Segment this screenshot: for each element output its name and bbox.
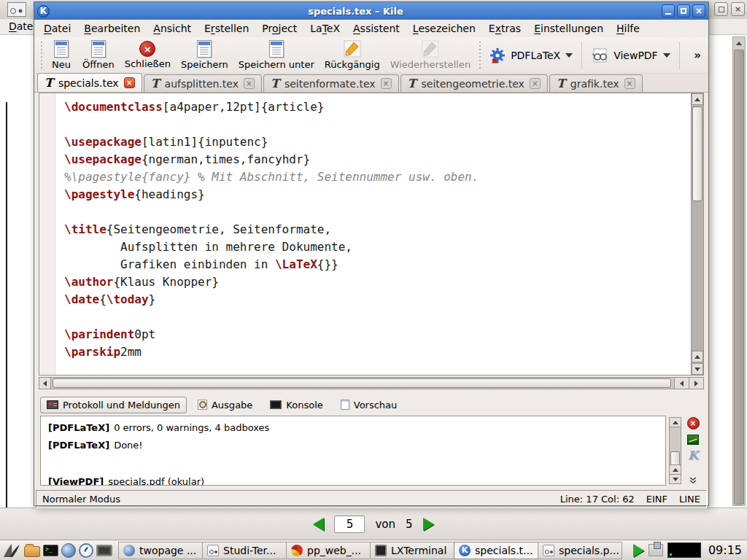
menu-item-extras[interactable]: Extras [482,21,527,36]
chevron-down-icon[interactable] [663,53,670,58]
taskbar-task-specials-t-[interactable]: specials.t... [454,542,538,559]
scroll-up-icon[interactable] [692,351,703,362]
close-tab-icon[interactable]: × [124,77,135,88]
tab-output[interactable]: Ausgabe [191,397,259,413]
tab-aufsplitten.tex[interactable]: Taufsplitten.tex× [144,74,262,92]
taskbar-task-Studi-Ter-[interactable]: Studi-Ter... [202,542,287,559]
close-button[interactable]: × [692,4,705,18]
save-as-button[interactable]: Speichern unter [233,39,320,71]
tab-seitenformate.tex[interactable]: Tseitenformate.tex× [263,74,399,92]
log-output[interactable]: [PDFLaTeX]0 errors, 0 warnings, 4 badbox… [40,416,666,486]
menu-item-hilfe[interactable]: Hilfe [610,21,646,36]
menu-item-ansicht[interactable]: Ansicht [147,21,198,36]
preview-icon [341,400,349,410]
code-area[interactable]: \documentclass[a4paper,12pt]{article} \u… [56,93,690,375]
pdflatex-gear-icon [489,47,506,63]
tab-label: specials.tex [58,77,119,89]
menu-item-bearbeiten[interactable]: Bearbeiten [77,21,147,36]
close-button[interactable]: × [731,2,745,16]
stop-icon[interactable]: × [687,417,700,429]
tab-log-messages[interactable]: Protokoll und Meldungen [40,397,187,413]
scroll-right-icon[interactable] [689,378,703,389]
tab-seitengeometrie.tex[interactable]: Tseitengeometrie.tex× [400,74,548,92]
close-tab-icon[interactable]: × [530,78,541,89]
menu-item-project[interactable]: Project [255,21,303,36]
maximize-button[interactable] [714,2,728,16]
web-browser-icon[interactable] [61,543,76,558]
editor-vertical-scrollbar[interactable] [691,93,703,375]
taskbar: >_ twopage ...Studi-Ter...pp_web_...LXTe… [0,540,747,560]
previous-page-icon[interactable] [313,518,324,531]
updater-tray-icon[interactable] [649,544,663,556]
pdf-scrollbar[interactable] [732,36,746,506]
kile-titlebar[interactable]: K specials.tex – Kile × [34,2,708,20]
desktop-menu-icon[interactable] [2,542,21,559]
tex-document-icon: T [151,78,160,90]
log-scrollbar[interactable] [669,417,681,484]
screen-tool-icon[interactable] [96,545,112,556]
close-tab-icon[interactable]: × [244,78,255,89]
menu-item-einstellungen[interactable]: Einstellungen [527,21,610,36]
menu-item-latex[interactable]: LaTeX [303,21,347,36]
tool-view-bar: Protokoll und Meldungen Ausgabe Konsole … [34,395,708,414]
play-tray-icon[interactable] [633,544,644,557]
scroll-up-icon[interactable] [733,37,745,49]
latex-logo-icon[interactable]: K [688,450,698,462]
menu-item-lesezeichen[interactable]: Lesezeichen [406,21,482,36]
undo-button[interactable]: Rückgängig [320,39,385,71]
editor-view[interactable]: \documentclass[a4paper,12pt]{article} \u… [39,93,704,376]
scroll-up-icon[interactable] [670,418,681,427]
taskbar-task-pp-web-[interactable]: pp_web_... [286,542,371,559]
editor-horizontal-scrollbar[interactable] [39,377,704,389]
latex-command: \usepackage [64,135,142,149]
redo-button[interactable]: Wiederherstellen [385,39,476,71]
scrollbar-thumb[interactable] [692,106,703,201]
close-tab-icon[interactable]: × [624,78,635,89]
statistics-icon[interactable] [687,435,699,445]
toolbar-overflow-icon[interactable]: » [689,49,705,62]
code-line: \parskip2mm [64,343,690,361]
collapse-panel-icon[interactable] [689,477,697,484]
cpu-monitor[interactable] [667,542,701,558]
scrollbar-thumb[interactable] [53,378,671,388]
scroll-down-icon[interactable] [670,474,681,483]
menu-item-erstellen[interactable]: Erstellen [198,21,255,36]
scroll-up-icon[interactable] [692,93,703,105]
scroll-up-icon[interactable] [670,464,681,474]
next-page-icon[interactable] [423,518,434,531]
save-button[interactable]: Speichern [176,39,233,71]
scroll-left-icon[interactable] [39,378,51,389]
button-label: Rückgängig [325,59,380,70]
chevron-down-icon[interactable] [565,53,573,58]
scrollbar-thumb[interactable] [734,50,744,505]
taskbar-task-twopage-[interactable]: twopage ... [118,542,203,559]
taskbar-task-specials-p-[interactable]: specials.p... [538,542,622,559]
close-file-button[interactable]: × Schließen [120,39,176,71]
file-manager-icon[interactable] [24,546,40,557]
tab-preview[interactable]: Vorschau [334,397,404,413]
maximize-button[interactable] [677,4,690,18]
scroll-left-icon[interactable] [674,378,689,389]
editor-tabbar: Tspecials.tex×Taufsplitten.tex×Tseitenfo… [34,74,708,93]
new-button[interactable]: Neu [45,39,77,71]
terminal-launcher-icon[interactable]: >_ [43,545,58,556]
open-button[interactable]: Öffnen [77,39,120,71]
menu-item-datei[interactable]: Datei [37,21,77,36]
close-tab-icon[interactable]: × [381,78,392,89]
clock-app-icon[interactable] [79,543,93,558]
taskbar-task-LXTerminal[interactable]: LXTerminal [370,542,454,559]
tab-console[interactable]: Konsole [263,397,329,413]
compile-pdflatex-button[interactable]: PDFLaTeX [484,44,578,66]
menu-datei-clipped[interactable]: DDateiatei [9,20,34,32]
menu-item-assistent[interactable]: Assistent [347,21,406,36]
toolbar-handle[interactable] [478,42,481,69]
tab-grafik.tex[interactable]: Tgrafik.tex× [549,74,643,92]
toolbar-handle[interactable] [39,42,43,69]
task-label: pp_web_... [307,545,361,556]
minimize-button[interactable] [662,4,675,18]
scroll-down-icon[interactable] [692,363,703,375]
view-pdf-button[interactable]: ViewPDF [585,45,676,66]
desktop: × DDateiatei 5 von 5 K specials.tex – Ki… [0,0,747,560]
tab-specials.tex[interactable]: Tspecials.tex× [37,73,142,92]
page-number-input[interactable]: 5 [334,516,365,533]
